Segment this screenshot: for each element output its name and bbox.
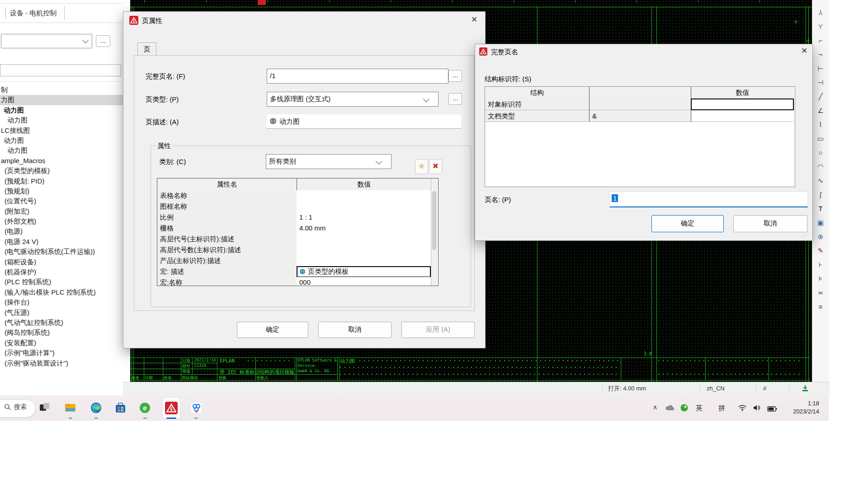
project-filter-combobox[interactable] bbox=[1, 34, 92, 48]
table-row[interactable]: 宏: 描述页类型的模板 bbox=[157, 266, 431, 277]
tree-item[interactable]: (示例"驱动装置设计") bbox=[0, 358, 123, 368]
structure-cell[interactable]: 文档类型 bbox=[485, 110, 589, 122]
cancel-button[interactable]: 取消 bbox=[318, 322, 392, 338]
search-box[interactable]: 搜索 bbox=[0, 399, 35, 418]
delete-property-button[interactable]: ✖ bbox=[429, 159, 442, 174]
tree-item[interactable]: (位置代号) bbox=[0, 196, 123, 206]
tab-page[interactable]: 页 bbox=[137, 42, 156, 56]
table-scrollbar[interactable] bbox=[431, 178, 438, 286]
tree-item[interactable]: (PLC 控制系统) bbox=[0, 277, 123, 287]
image-icon[interactable]: ▣ bbox=[815, 217, 826, 228]
tree-item[interactable]: LC接线图 bbox=[0, 126, 123, 136]
tree-search-field[interactable] bbox=[0, 64, 121, 76]
column-header-mid[interactable] bbox=[589, 87, 691, 99]
angle-icon[interactable]: ∠ bbox=[815, 105, 826, 116]
curve-icon[interactable]: ʃ bbox=[815, 189, 826, 200]
tree-item[interactable]: 制 bbox=[0, 85, 123, 95]
page-desc-field[interactable]: 动力图 bbox=[267, 114, 461, 129]
page-type-browse-button[interactable]: ... bbox=[448, 93, 462, 105]
diagonal-line-icon[interactable]: ╱ bbox=[815, 91, 826, 102]
rectangle-icon[interactable]: ▭ bbox=[815, 133, 826, 144]
task-view-icon[interactable] bbox=[39, 402, 52, 414]
tree-item[interactable]: (页类型的模板) bbox=[0, 166, 123, 176]
table-row[interactable]: 产品(主标识符):描述 bbox=[157, 255, 431, 266]
table-row[interactable]: 高层代号(主标识符):描述 bbox=[157, 234, 431, 244]
store-icon[interactable] bbox=[114, 402, 127, 414]
junction-up-icon[interactable]: ⅄ bbox=[815, 7, 826, 18]
dimension-v-icon[interactable]: ⊧ bbox=[815, 273, 826, 284]
page-type-combobox[interactable]: 多线原理图 (交互式) bbox=[267, 92, 439, 107]
measure-icon[interactable]: ≍ bbox=[815, 287, 826, 298]
value-cell[interactable] bbox=[691, 110, 794, 122]
page-name-input[interactable]: 1 bbox=[609, 192, 808, 207]
tree-item[interactable]: (气动气缸控制系统) bbox=[0, 318, 123, 328]
structure-cell[interactable]: 对象标识符 bbox=[485, 99, 589, 110]
grid-icon[interactable]: ≡ bbox=[815, 301, 826, 312]
tree-item[interactable]: 动力图 bbox=[0, 145, 123, 155]
tray-chevron-icon[interactable]: ∧ bbox=[653, 404, 657, 411]
value-cell[interactable] bbox=[691, 99, 794, 110]
close-icon[interactable]: ✕ bbox=[468, 15, 480, 26]
table-row[interactable]: 图框名称 bbox=[157, 201, 431, 212]
cancel-button[interactable]: 取消 bbox=[733, 215, 807, 232]
column-header-name[interactable]: 属性名 bbox=[157, 178, 297, 191]
table-row[interactable]: 对象标识符 bbox=[485, 99, 793, 110]
t-node-left-icon[interactable]: ⊢ bbox=[815, 63, 826, 74]
property-value-cell[interactable]: 4.00 mm bbox=[297, 223, 431, 234]
blue-circles-app-icon[interactable] bbox=[190, 402, 203, 414]
table-row[interactable]: 表格名称 bbox=[157, 190, 431, 201]
full-page-name-browse-button[interactable]: ... bbox=[448, 70, 462, 82]
property-name-cell[interactable]: 宏: 描述 bbox=[157, 266, 297, 277]
hyperlink-icon[interactable]: ⊕ bbox=[815, 231, 826, 242]
apply-button[interactable]: 应用 (A) bbox=[401, 322, 475, 338]
dimension-h-icon[interactable]: ⊦ bbox=[815, 259, 826, 270]
property-value-cell[interactable]: 页类型的模板 bbox=[297, 266, 431, 277]
eplan-icon[interactable] bbox=[165, 402, 178, 414]
file-explorer-icon[interactable] bbox=[64, 402, 77, 414]
corner-ne-icon[interactable]: ⌐ bbox=[815, 35, 826, 46]
tree-item[interactable]: (预规划) bbox=[0, 186, 123, 196]
tree-item[interactable]: (操作台) bbox=[0, 297, 123, 307]
column-header-value[interactable]: 数值 bbox=[691, 87, 794, 99]
property-name-cell[interactable]: 高层代号(主标识符):描述 bbox=[157, 234, 297, 244]
table-row[interactable]: 比例1 : 1 bbox=[157, 212, 431, 223]
tab-devices-motor-control[interactable]: 设备 - 电机控制 bbox=[10, 4, 57, 23]
tree-item[interactable]: (示例"电源计算") bbox=[0, 348, 123, 358]
pen-icon[interactable]: ✎ bbox=[815, 245, 826, 256]
corner-nw-icon[interactable]: ¬ bbox=[815, 49, 826, 60]
tree-item[interactable]: 动力图 bbox=[0, 105, 123, 115]
polyline-icon[interactable]: ⌇ bbox=[815, 119, 826, 130]
category-combobox[interactable]: 所有类别 bbox=[266, 154, 392, 169]
tree-item[interactable]: (外部文档) bbox=[0, 216, 123, 226]
resize-grip[interactable]: ⋰ bbox=[803, 232, 808, 238]
tree-item[interactable]: (电源) bbox=[0, 226, 123, 236]
tree-item[interactable]: (电源 24 V) bbox=[0, 237, 123, 247]
property-value-cell[interactable] bbox=[297, 201, 431, 212]
property-value-cell[interactable] bbox=[297, 244, 431, 255]
download-icon[interactable] bbox=[801, 384, 809, 394]
property-value-cell[interactable] bbox=[297, 234, 431, 244]
property-name-cell[interactable]: 栅格 bbox=[157, 223, 297, 234]
column-header-structure[interactable]: 结构 bbox=[485, 87, 589, 99]
mid-cell[interactable] bbox=[589, 99, 691, 110]
tree-item[interactable]: (气压源) bbox=[0, 308, 123, 318]
tree-item[interactable]: (阀岛控制系统) bbox=[0, 328, 123, 338]
property-value-cell[interactable]: 000 bbox=[297, 277, 431, 286]
property-name-cell[interactable]: 图框名称 bbox=[157, 201, 297, 212]
tree-item[interactable]: 动力图 bbox=[0, 136, 123, 145]
tree-item[interactable]: (安装配置) bbox=[0, 338, 123, 348]
table-row[interactable]: 栅格4.00 mm bbox=[157, 223, 431, 234]
speaker-icon[interactable] bbox=[753, 404, 761, 413]
ok-button[interactable]: 确定 bbox=[237, 322, 308, 338]
tree-item[interactable]: ample_Macros bbox=[0, 156, 123, 166]
property-name-cell[interactable]: 表格名称 bbox=[157, 190, 297, 201]
property-value-cell[interactable] bbox=[297, 190, 431, 201]
clock-date[interactable]: 2023/2/14 bbox=[787, 408, 819, 415]
onedrive-cloud-icon[interactable] bbox=[665, 404, 675, 413]
green-leaf-icon[interactable] bbox=[680, 404, 688, 413]
tree-item[interactable]: (箱柜设备) bbox=[0, 257, 123, 267]
battery-icon[interactable] bbox=[767, 405, 777, 413]
table-row[interactable]: 宏:名称000 bbox=[157, 277, 431, 286]
junction-down-icon[interactable]: Y bbox=[815, 21, 826, 32]
edge-icon[interactable] bbox=[90, 402, 103, 414]
